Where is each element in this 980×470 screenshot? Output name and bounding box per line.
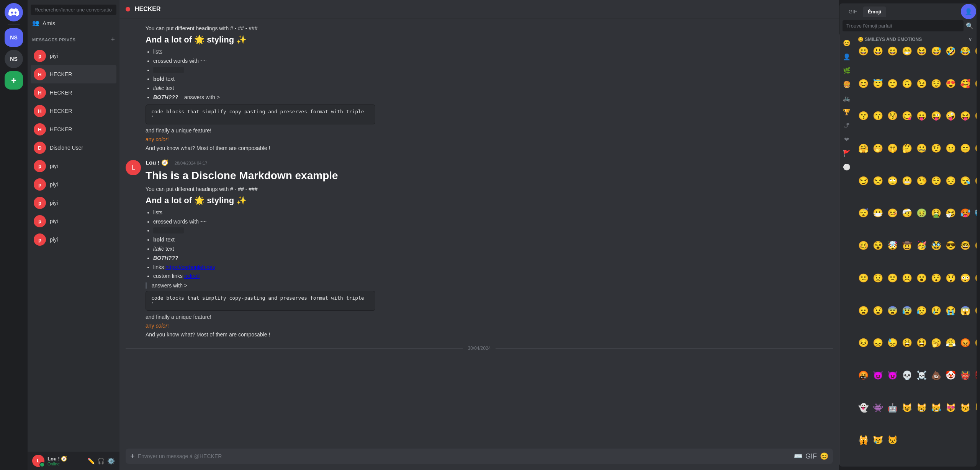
emoji-item[interactable]: ☹️ xyxy=(900,271,914,285)
cat-activities[interactable]: 🏆 xyxy=(841,106,852,117)
emoji-item[interactable]: 🤐 xyxy=(915,142,928,155)
emoji-item[interactable]: 😩 xyxy=(900,336,914,350)
emoji-item[interactable]: 😎 xyxy=(944,239,957,253)
emoji-item[interactable]: 😱 xyxy=(958,304,972,318)
emoji-item[interactable]: 😯 xyxy=(929,271,943,285)
emoji-item[interactable]: 😫 xyxy=(915,336,928,350)
emoji-item[interactable]: 😳 xyxy=(958,271,972,285)
emoji-item[interactable]: 😵 xyxy=(871,239,885,253)
emoji-item[interactable]: 🤥 xyxy=(915,174,928,188)
emoji-item[interactable]: 🤯 xyxy=(885,239,899,253)
friends-link[interactable]: 👥 Amis xyxy=(28,16,119,29)
emoji-item[interactable]: 🤑 xyxy=(973,109,977,123)
cat-flags[interactable]: 🚩 xyxy=(841,148,852,158)
cat-travel[interactable]: 🚲 xyxy=(841,93,852,103)
dm-item-piyi4[interactable]: p piyi xyxy=(31,194,116,212)
emoji-item[interactable]: 🤓 xyxy=(958,239,972,253)
emoji-button[interactable]: 😊 xyxy=(820,452,828,460)
emoji-item[interactable]: 🥳 xyxy=(915,239,928,253)
emoji-item[interactable]: 😊 xyxy=(856,77,870,91)
emoji-item[interactable]: 🤡 xyxy=(944,369,957,382)
cat-nature[interactable]: 🌿 xyxy=(841,65,852,76)
emoji-item[interactable]: 😪 xyxy=(958,174,972,188)
emoji-item[interactable]: 😷 xyxy=(871,206,885,220)
emoji-item[interactable]: 🙄 xyxy=(885,174,899,188)
emoji-item[interactable]: 😡 xyxy=(958,336,972,350)
emoji-item[interactable]: 😞 xyxy=(871,336,885,350)
cat-people[interactable]: 👤 xyxy=(841,51,852,62)
keyboard-icon-button[interactable]: ⌨️ xyxy=(794,452,802,460)
emoji-item[interactable]: 😌 xyxy=(929,174,943,188)
emoji-item[interactable]: 🤬 xyxy=(856,369,870,382)
emoji-item[interactable]: 🙂 xyxy=(885,77,899,91)
emoji-item[interactable]: 🤕 xyxy=(900,206,914,220)
emoji-item[interactable]: 🤨 xyxy=(929,142,943,155)
attach-button[interactable]: + xyxy=(130,452,135,461)
emoji-item[interactable]: 😲 xyxy=(944,271,957,285)
cat-custom[interactable]: ⚪ xyxy=(841,162,852,172)
emoji-item[interactable]: 😚 xyxy=(885,109,899,123)
emoji-item[interactable]: 😔 xyxy=(944,174,957,188)
emoji-item[interactable]: 😨 xyxy=(885,304,899,318)
emoji-item[interactable]: 😇 xyxy=(871,77,885,91)
emoji-item[interactable]: 🤮 xyxy=(929,206,943,220)
emoji-item[interactable]: 🥶 xyxy=(973,206,977,220)
emoji-item[interactable]: 🤪 xyxy=(944,109,957,123)
dm-item-piyi5[interactable]: p piyi xyxy=(31,212,116,230)
emoji-item[interactable]: 😙 xyxy=(871,109,885,123)
emoji-item[interactable]: 😻 xyxy=(944,401,957,415)
emoji-item[interactable]: 😼 xyxy=(958,401,972,415)
cat-objects[interactable]: 🖇 xyxy=(841,120,852,131)
emoji-item[interactable]: 😾 xyxy=(885,433,899,447)
emoji-item[interactable]: 🤭 xyxy=(871,142,885,155)
emoji-item[interactable]: 😥 xyxy=(915,304,928,318)
emoji-item[interactable]: 😢 xyxy=(929,304,943,318)
emoji-item[interactable]: 😣 xyxy=(856,336,870,350)
emoji-item[interactable]: 🥸 xyxy=(929,239,943,253)
emoji-item[interactable]: 😕 xyxy=(856,271,870,285)
emoji-item[interactable]: 👿 xyxy=(885,369,899,382)
emoji-item[interactable]: 🥺 xyxy=(973,271,977,285)
emoji-item[interactable]: 🤤 xyxy=(973,174,977,188)
dm-item-hecker1[interactable]: H HECKER xyxy=(31,65,116,83)
emoji-item[interactable]: 😅 xyxy=(929,44,943,58)
cat-food[interactable]: 🍔 xyxy=(841,79,852,90)
emoji-item[interactable]: 😤 xyxy=(944,336,957,350)
emoji-item[interactable]: 🤧 xyxy=(944,206,957,220)
server-icon-ns1[interactable]: NS xyxy=(5,28,23,47)
emoji-item[interactable]: 😺 xyxy=(900,401,914,415)
emoji-item[interactable]: 😴 xyxy=(856,206,870,220)
emoji-item[interactable]: 😍 xyxy=(944,77,957,91)
message-input[interactable] xyxy=(138,449,791,464)
emoji-tab[interactable]: Émoji xyxy=(863,7,886,17)
server-icon-ns2[interactable]: NS xyxy=(5,50,23,68)
emoji-item[interactable]: 😭 xyxy=(944,304,957,318)
gif-tab[interactable]: GIF xyxy=(844,7,862,17)
emoji-item[interactable]: 😛 xyxy=(915,109,928,123)
discord-logo[interactable] xyxy=(5,3,23,21)
emoji-item[interactable]: 🤠 xyxy=(900,239,914,253)
emoji-item[interactable]: 😉 xyxy=(915,77,928,91)
emoji-item[interactable]: 👾 xyxy=(871,401,885,415)
emoji-item[interactable]: 😦 xyxy=(856,304,870,318)
emoji-item[interactable]: 🥴 xyxy=(856,239,870,253)
add-server-button[interactable]: + xyxy=(5,71,23,90)
emoji-item[interactable]: 😧 xyxy=(871,304,885,318)
emoji-item[interactable]: 🤫 xyxy=(885,142,899,155)
emoji-item[interactable]: 😮 xyxy=(915,271,928,285)
emoji-item[interactable]: 🥱 xyxy=(929,336,943,350)
emoji-item[interactable]: 😋 xyxy=(900,109,914,123)
emoji-search-input[interactable] xyxy=(843,20,964,31)
emoji-item[interactable]: 😄 xyxy=(885,44,899,58)
emoji-item[interactable]: 🥹 xyxy=(973,44,977,58)
cat-smileys[interactable]: 😊 xyxy=(841,38,852,48)
emoji-item[interactable]: 👺 xyxy=(973,369,977,382)
emoji-item[interactable]: 💩 xyxy=(929,369,943,382)
emoji-item[interactable]: 😠 xyxy=(973,336,977,350)
emoji-item[interactable]: 😟 xyxy=(871,271,885,285)
emoji-item[interactable]: 🤔 xyxy=(900,142,914,155)
emoji-item[interactable]: 😿 xyxy=(871,433,885,447)
cat-symbols[interactable]: ❤ xyxy=(841,134,852,145)
emoji-item[interactable]: 😆 xyxy=(915,44,928,58)
emoji-item[interactable]: 😬 xyxy=(900,174,914,188)
